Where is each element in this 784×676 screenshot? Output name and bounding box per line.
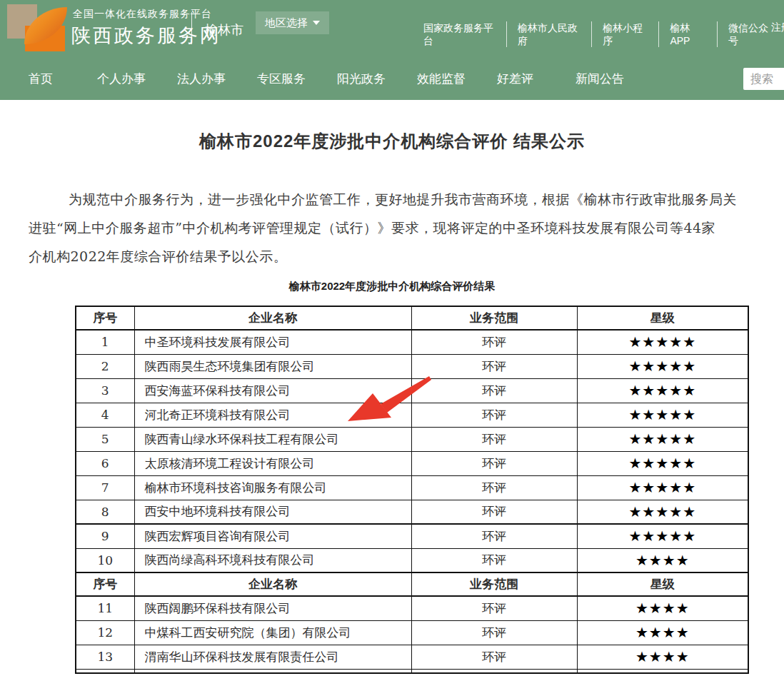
nav-item-news[interactable]: 新闻公告 xyxy=(576,72,624,86)
current-city-label: 榆林市 xyxy=(205,21,243,39)
link-yulin-government[interactable]: 榆林市人民政府 xyxy=(506,21,591,47)
star-rating-cell: ★★★★★ xyxy=(577,500,748,524)
column-header: 业务范围 xyxy=(411,572,577,596)
company-name-cell: 陕西宏辉项目咨询有限公司 xyxy=(134,524,411,548)
row-index-cell: 1 xyxy=(76,330,134,354)
nav-item-home[interactable]: 首页 xyxy=(29,72,53,86)
table-row: 3西安海蓝环保科技有限公司环评★★★★★ xyxy=(76,378,748,403)
company-name-cell: 西安海蓝环保科技有限公司 xyxy=(134,378,411,403)
table-row: 5陕西青山绿水环保科技工程有限公司环评★★★★★ xyxy=(76,427,748,451)
table-row: 6太原核清环境工程设计有限公司环评★★★★★ xyxy=(76,451,748,475)
row-index-cell: 2 xyxy=(76,354,134,378)
link-yulin-app[interactable]: 榆林APP xyxy=(658,21,717,47)
table-row xyxy=(76,669,748,673)
empty-cell xyxy=(134,669,411,673)
star-rating-cell: ★★★★★ xyxy=(577,354,748,378)
business-scope-cell: 环评 xyxy=(411,427,577,451)
row-index-cell: 11 xyxy=(76,596,134,620)
business-scope-cell: 环评 xyxy=(411,645,577,669)
table-row: 12中煤科工西安研究院（集团）有限公司环评★★★★ xyxy=(76,620,748,645)
business-scope-cell: 环评 xyxy=(411,524,577,548)
table-row: 7榆林市环境科技咨询服务有限公司环评★★★★★ xyxy=(76,475,748,500)
business-scope-cell: 环评 xyxy=(411,354,577,378)
star-rating-cell: ★★★★★ xyxy=(577,427,748,451)
company-name-cell: 中煤科工西安研究院（集团）有限公司 xyxy=(134,620,411,645)
link-national-platform[interactable]: 国家政务服务平台 xyxy=(413,21,506,47)
row-index-cell: 5 xyxy=(76,427,134,451)
row-index-cell: 4 xyxy=(76,403,134,427)
nav-item-rating[interactable]: 好差评 xyxy=(497,72,533,86)
site-logo[interactable] xyxy=(7,4,66,51)
row-index-cell: 3 xyxy=(76,378,134,403)
company-name-cell: 陕西雨昊生态环境集团有限公司 xyxy=(134,354,411,378)
column-header: 星级 xyxy=(577,306,748,330)
table-row: 11陕西阔鹏环保科技有限公司环评★★★★ xyxy=(76,596,748,620)
search-input[interactable] xyxy=(743,68,784,90)
nav-item-personal-services[interactable]: 个人办事 xyxy=(97,72,146,86)
nav-item-open-government[interactable]: 阳光政务 xyxy=(337,72,386,86)
row-index-cell: 8 xyxy=(76,500,134,524)
company-name-cell: 渭南华山环保科技发展有限责任公司 xyxy=(134,645,411,669)
star-rating-cell: ★★★★★ xyxy=(577,378,748,403)
company-name-cell: 陕西阔鹏环保科技有限公司 xyxy=(134,596,411,620)
company-name-cell: 河北奇正环境科技有限公司 xyxy=(134,403,411,427)
table-row: 1中圣环境科技发展有限公司环评★★★★★ xyxy=(76,330,748,354)
page-title: 榆林市2022年度涉批中介机构综合评价 结果公示 xyxy=(0,130,784,153)
chevron-down-icon xyxy=(313,21,320,25)
business-scope-cell: 环评 xyxy=(411,596,577,620)
star-rating-cell: ★★★★ xyxy=(577,548,748,572)
business-scope-cell: 环评 xyxy=(411,451,577,475)
business-scope-cell: 环评 xyxy=(411,378,577,403)
company-name-cell: 陕西青山绿水环保科技工程有限公司 xyxy=(134,427,411,451)
star-rating-cell: ★★★★★ xyxy=(577,524,748,548)
column-header: 业务范围 xyxy=(411,306,577,330)
main-nav: 首页 个人办事 法人办事 专区服务 阳光政务 效能监督 好差评 新闻公告 xyxy=(0,57,784,100)
empty-cell xyxy=(411,669,577,673)
link-yulin-miniprogram[interactable]: 榆林小程序 xyxy=(591,21,658,47)
paragraph-line: 为规范中介服务行为，进一步强化中介监管工作，更好地提升我市营商环境，根据《榆林市… xyxy=(29,185,784,213)
star-rating-cell: ★★★★★ xyxy=(577,403,748,427)
paragraph-line: 进驻“网上中介服务超市”中介机构考评管理规定（试行）》要求，现将评定的中圣环境科… xyxy=(29,213,784,242)
business-scope-cell: 环评 xyxy=(411,620,577,645)
star-rating-cell: ★★★★ xyxy=(577,620,748,645)
nav-item-corporate-services[interactable]: 法人办事 xyxy=(177,72,226,86)
region-select-button[interactable]: 地区选择 xyxy=(256,11,329,34)
company-name-cell: 西安中地环境科技有限公司 xyxy=(134,500,411,524)
company-name-cell: 榆林市环境科技咨询服务有限公司 xyxy=(134,475,411,500)
table-row: 8西安中地环境科技有限公司环评★★★★★ xyxy=(76,500,748,524)
table-row: 2陕西雨昊生态环境集团有限公司环评★★★★★ xyxy=(76,354,748,378)
star-rating-cell: ★★★★ xyxy=(577,596,748,620)
region-select-label: 地区选择 xyxy=(265,16,308,30)
nav-item-zone-services[interactable]: 专区服务 xyxy=(257,72,306,86)
table-caption: 榆林市2022年度涉批中介机构综合评价结果 xyxy=(0,280,784,293)
evaluation-table: 序号企业名称业务范围星级1中圣环境科技发展有限公司环评★★★★★2陕西雨昊生态环… xyxy=(75,306,749,674)
star-rating-cell: ★★★★★ xyxy=(577,451,748,475)
row-index-cell: 10 xyxy=(76,548,134,572)
table-row: 4河北奇正环境科技有限公司环评★★★★★ xyxy=(76,403,748,427)
business-scope-cell: 环评 xyxy=(411,403,577,427)
main-nav-list: 首页 个人办事 法人办事 专区服务 阳光政务 效能监督 好差评 新闻公告 xyxy=(0,57,784,100)
business-scope-cell: 环评 xyxy=(411,548,577,572)
row-index-cell: 12 xyxy=(76,620,134,645)
announcement-document: 榆林市2022年度涉批中介机构综合评价 结果公示 为规范中介服务行为，进一步强化… xyxy=(0,100,784,676)
column-header: 序号 xyxy=(76,306,134,330)
site-name: 陕西政务服务网 xyxy=(71,23,221,49)
page: { "header": { "platform_label": "全国一体化在线… xyxy=(0,0,784,676)
site-header: 全国一体化在线政务服务平台 陕西政务服务网 榆林市 地区选择 国家政务服务平台 … xyxy=(0,0,784,100)
company-name-cell: 陕西尚绿高科环境科技有限公司 xyxy=(134,548,411,572)
star-rating-cell: ★★★★★ xyxy=(577,330,748,354)
top-links: 国家政务服务平台 榆林市人民政府 榆林小程序 榆林APP 微信公众号 xyxy=(413,21,784,47)
brand-divider xyxy=(191,12,192,44)
nav-item-efficiency-supervision[interactable]: 效能监督 xyxy=(417,72,466,86)
business-scope-cell: 环评 xyxy=(411,500,577,524)
empty-cell xyxy=(577,669,748,673)
column-header: 星级 xyxy=(577,572,748,596)
row-index-cell: 9 xyxy=(76,524,134,548)
table-row: 13渭南华山环保科技发展有限责任公司环评★★★★ xyxy=(76,645,748,669)
star-rating-cell: ★★★★ xyxy=(577,645,748,669)
star-rating-cell: ★★★★★ xyxy=(577,475,748,500)
table-row: 9陕西宏辉项目咨询有限公司环评★★★★★ xyxy=(76,524,748,548)
paragraph-line: 介机构2022年度综合评价结果予以公示。 xyxy=(29,242,784,271)
business-scope-cell: 环评 xyxy=(411,330,577,354)
register-link[interactable]: 注册 xyxy=(771,21,784,34)
